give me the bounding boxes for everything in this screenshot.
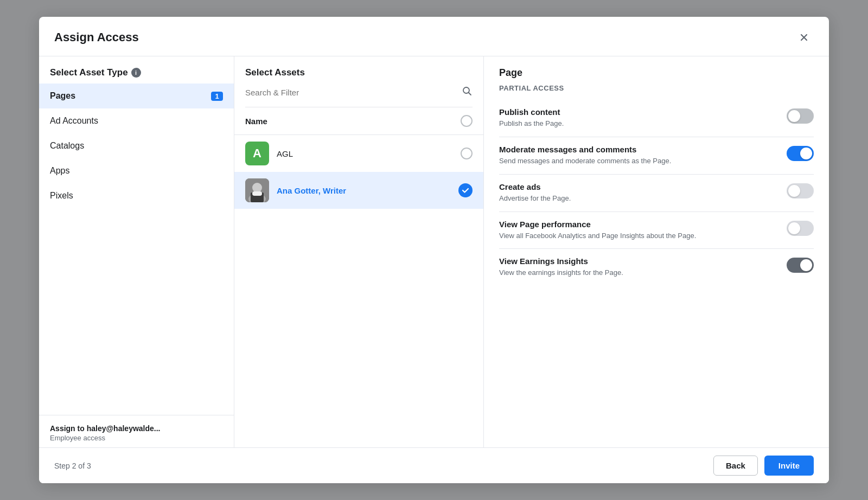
permission-create-ads: Create ads Advertise for the Page. [499,175,814,212]
right-panel: Page Partial Access Publish content Publ… [484,56,829,447]
select-assets-title: Select Assets [245,67,473,78]
permission-moderate-messages: Moderate messages and comments Send mess… [499,137,814,175]
left-panel-footer: Assign to haley@haleywalde... Employee a… [39,415,234,447]
view-performance-toggle[interactable] [787,221,814,236]
asset-type-ad-accounts[interactable]: Ad Accounts [39,108,234,133]
close-icon [799,32,809,43]
header-radio [461,115,473,127]
view-earnings-toggle[interactable] [787,258,814,273]
assign-to-label: Assign to haley@haleywalde... [50,424,223,433]
info-icon: i [131,68,141,78]
middle-panel-header: Select Assets [234,56,483,107]
asset-type-pages[interactable]: Pages 1 [39,84,234,108]
publish-content-desc: Publish as the Page. [499,119,778,129]
view-earnings-desc: View the earnings insights for the Page. [499,268,778,278]
publish-content-toggle[interactable] [787,108,814,124]
middle-panel: Select Assets Name [234,56,484,447]
permission-publish-content: Publish content Publish as the Page. [499,100,814,137]
asset-type-ad-accounts-label: Ad Accounts [50,116,98,126]
asset-row-agl[interactable]: A AGL [234,135,483,172]
partial-access-label: Partial Access [499,84,814,92]
create-ads-desc: Advertise for the Page. [499,194,778,204]
assign-access-modal: Assign Access Select Asset Type i Pages [39,17,829,483]
svg-point-0 [463,87,469,93]
step-label: Step 2 of 3 [54,461,91,470]
moderate-messages-desc: Send messages and moderate comments as t… [499,156,778,166]
agl-radio [461,148,473,159]
person-avatar-svg [245,178,269,202]
asset-type-pixels-label: Pixels [50,191,73,201]
asset-row-ana[interactable]: Ana Gotter, Writer [234,172,483,209]
ana-check [458,183,473,197]
permission-view-performance: View Page performance View all Facebook … [499,212,814,249]
left-panel: Select Asset Type i Pages 1 Ad Accounts [39,56,234,447]
moderate-messages-name: Moderate messages and comments [499,145,778,154]
search-input[interactable] [245,88,457,97]
invite-button[interactable]: Invite [764,456,814,476]
pages-badge: 1 [211,92,223,101]
view-performance-name: View Page performance [499,220,778,229]
permission-view-earnings: View Earnings Insights View the earnings… [499,249,814,286]
agl-avatar: A [245,142,269,165]
modal-footer: Step 2 of 3 Back Invite [39,447,829,483]
ana-name: Ana Gotter, Writer [277,186,451,195]
close-button[interactable] [794,28,814,47]
footer-actions: Back Invite [713,456,814,476]
ana-avatar [245,178,269,202]
svg-rect-5 [252,191,262,196]
create-ads-toggle[interactable] [787,183,814,198]
asset-type-pages-label: Pages [50,91,75,101]
asset-type-catalogs-label: Catalogs [50,141,84,151]
moderate-messages-toggle[interactable] [787,146,814,161]
modal-body: Select Asset Type i Pages 1 Ad Accounts [39,56,829,447]
view-earnings-name: View Earnings Insights [499,257,778,266]
modal-header: Assign Access [39,17,829,56]
search-icon [462,86,473,99]
name-column-header: Name [245,117,267,126]
publish-content-name: Publish content [499,107,778,117]
assets-list: A AGL [234,135,483,447]
select-asset-type-heading: Select Asset Type i [39,56,234,84]
search-box [245,86,473,107]
asset-type-apps[interactable]: Apps [39,158,234,183]
asset-type-pixels[interactable]: Pixels [39,183,234,208]
asset-type-apps-label: Apps [50,166,69,176]
assets-list-header: Name [234,107,483,135]
asset-type-catalogs[interactable]: Catalogs [39,133,234,158]
agl-name: AGL [277,149,453,158]
right-panel-title: Page [499,67,814,79]
svg-point-2 [252,183,262,193]
view-performance-desc: View all Facebook Analytics and Page Ins… [499,231,778,241]
modal-title: Assign Access [54,30,139,44]
asset-type-list: Pages 1 Ad Accounts Catalogs Apps [39,84,234,415]
assign-to-sub: Employee access [50,434,223,442]
back-button[interactable]: Back [713,456,758,476]
modal-overlay: Assign Access Select Asset Type i Pages [0,0,868,500]
create-ads-name: Create ads [499,182,778,191]
